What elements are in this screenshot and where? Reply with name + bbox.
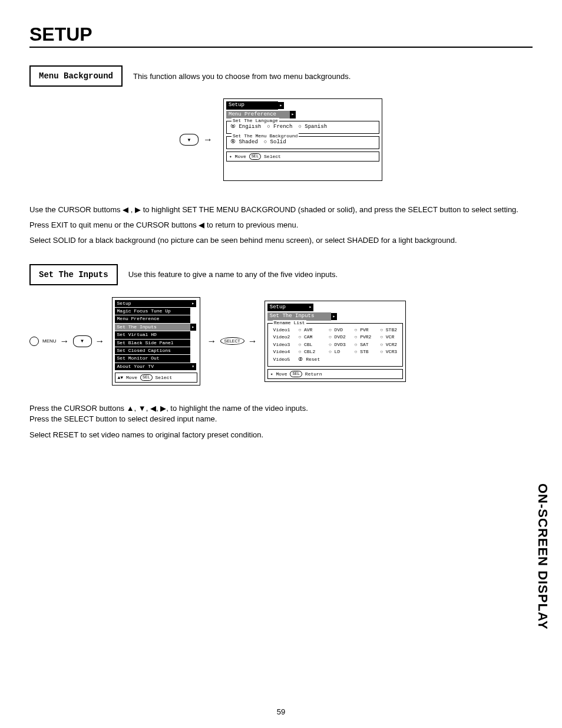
sel-pill-icon: SEL	[290, 371, 302, 377]
sel-pill-icon: SEL	[140, 374, 153, 381]
osd-subtitle: Set The Inputs	[267, 312, 331, 321]
opt-vcr3[interactable]: ○ VCR3	[380, 349, 400, 355]
figure-menu-background: ▼ → Setup ▸ Menu Preference ▸ Set The La…	[29, 98, 533, 181]
chevron-down-icon: ▾	[190, 363, 196, 370]
opt-pvr2[interactable]: ○ PVR2	[355, 334, 375, 340]
fieldset-language-label: Set The Language	[232, 118, 279, 124]
arrow-right-icon: →	[203, 134, 213, 145]
fieldset-language: Set The Language ⦿ English ○ French ○ Sp…	[226, 121, 379, 134]
chevron-right-icon: ▸	[190, 324, 196, 331]
section-menu-background: Menu Background This function allows you…	[29, 65, 533, 87]
item-set-inputs[interactable]: Set The Inputs	[115, 324, 190, 331]
page-title: SETUP	[29, 24, 533, 48]
hint-return: Return	[305, 371, 322, 377]
section-set-inputs: Set The Inputs Use this feature to give …	[29, 264, 533, 285]
menu-button-label: MENU	[42, 338, 57, 344]
label-set-inputs: Set The Inputs	[29, 264, 118, 285]
body-text-1c: Select SOLID for a black background (no …	[29, 235, 533, 246]
body-text-2a: Press the CURSOR buttons ▲, ▼, ◀, ▶, to …	[29, 403, 533, 414]
menu-button-icon	[29, 337, 39, 346]
label-menu-background: Menu Background	[29, 65, 123, 87]
fieldset-background-label: Set The Menu Background	[232, 133, 299, 139]
opt-pvr[interactable]: ○ PVR	[355, 327, 375, 333]
osd-menu-preference: Setup ▸ Menu Preference ▸ Set The Langua…	[223, 98, 382, 181]
opt-french[interactable]: ○ French	[267, 124, 292, 131]
fieldset-background: Set The Menu Background ⦿ Shaded ○ Solid	[226, 136, 379, 149]
opt-stb2[interactable]: ○ STB2	[380, 327, 400, 333]
sel-pill-icon: SEL	[249, 153, 262, 160]
select-button-icon: SELECT	[220, 337, 244, 345]
opt-dvd2[interactable]: ○ DVD2	[329, 334, 349, 340]
opt-vcr2[interactable]: ○ VCR2	[380, 342, 400, 348]
row-video2: Video2	[270, 334, 293, 340]
arrow-right-icon: →	[60, 336, 70, 347]
dpad-icon: ▼	[180, 134, 199, 146]
opt-ld[interactable]: ○ LD	[329, 349, 349, 355]
opt-dvd[interactable]: ○ DVD	[329, 327, 349, 333]
hint-move: ▲▼ Move	[118, 375, 138, 380]
body-text-1b: Press EXIT to quit menu or the CURSOR bu…	[29, 220, 533, 230]
body-text-1a: Use the CURSOR buttoms ◀ , ▶ to highligh…	[29, 205, 533, 215]
desc-menu-background: This function allows you to choose from …	[133, 72, 351, 81]
opt-solid[interactable]: ○ Solid	[264, 139, 286, 146]
osd-subtitle: Menu Preference	[226, 111, 290, 119]
item-magic-focus[interactable]: Magic Focus Tune Up	[115, 308, 190, 315]
osd-hint: ▲▼ Move SEL Select	[115, 373, 197, 383]
item-set-closed-captions[interactable]: Set Closed Captions	[115, 347, 190, 354]
hint-select: Select	[264, 153, 281, 159]
row-video5: Video5	[270, 357, 293, 363]
hint-select: Select	[155, 375, 172, 380]
opt-english[interactable]: ⦿ English	[230, 124, 261, 131]
chevron-right-icon: ▸	[278, 102, 284, 109]
desc-set-inputs: Use this feature to give a name to any o…	[128, 270, 338, 279]
side-tab: ON-SCREEN DISPLAY	[535, 483, 550, 630]
dpad-icon: ▼	[73, 335, 92, 347]
opt-spanish[interactable]: ○ Spanish	[298, 124, 327, 131]
item-set-virtual-hd[interactable]: Set Virtual HD	[115, 331, 190, 338]
item-menu-preference[interactable]: Menu Preference	[115, 315, 190, 322]
chevron-right-icon: ▸	[190, 300, 196, 307]
body-text-2b: Press the SELECT button to select desire…	[29, 414, 533, 424]
opt-dvd3[interactable]: ○ DVD3	[329, 342, 349, 348]
opt-cbl2[interactable]: ○ CBL2	[298, 349, 323, 355]
opt-sat[interactable]: ○ SAT	[355, 342, 375, 348]
page-number: 59	[0, 707, 562, 716]
opt-reset[interactable]: ⦿ Reset	[298, 357, 323, 363]
row-video4: Video4	[270, 349, 293, 355]
opt-avr[interactable]: ○ AVR	[298, 327, 323, 333]
hint-move: ✦ Move	[229, 153, 246, 159]
osd-title: Setup	[226, 101, 278, 110]
item-set-black-side[interactable]: Set Black Side Panel	[115, 340, 190, 347]
hint-move: ✦ Move	[270, 371, 287, 377]
row-video1: Video1	[270, 327, 293, 333]
opt-shaded[interactable]: ⦿ Shaded	[230, 139, 258, 146]
osd-title: Setup	[115, 300, 190, 307]
fieldset-rename: Rename List Video1 ○ AVR ○ DVD ○ PVR ○ S…	[267, 323, 403, 367]
item-set-monitor-out[interactable]: Set Monitor Out	[115, 355, 190, 362]
opt-vcr[interactable]: ○ VCR	[380, 334, 400, 340]
osd-hint: ✦ Move SEL Select	[226, 151, 379, 162]
body-text-2c: Select RESET to set video names to origi…	[29, 430, 533, 440]
opt-stb[interactable]: ○ STB	[355, 349, 375, 355]
opt-cam[interactable]: ○ CAM	[298, 334, 323, 340]
arrow-right-icon: →	[248, 336, 257, 347]
fieldset-rename-label: Rename List	[273, 320, 306, 326]
osd-title: Setup	[267, 304, 308, 312]
chevron-right-icon: ▸	[331, 313, 337, 320]
figure-set-inputs: MENU → ▼ → Setup▸ Magic Focus Tune Up Me…	[29, 297, 533, 386]
opt-cbl[interactable]: ○ CBL	[298, 342, 323, 348]
row-video3: Video3	[270, 342, 293, 348]
item-about-your-tv[interactable]: About Your TV	[115, 363, 190, 370]
osd-hint: ✦ Move SEL Return	[267, 369, 403, 379]
chevron-right-icon: ▸	[290, 111, 296, 118]
arrow-right-icon: →	[95, 336, 105, 347]
osd-setup-list: Setup▸ Magic Focus Tune Up Menu Preferen…	[112, 297, 200, 386]
chevron-right-icon: ▸	[308, 304, 313, 311]
arrow-right-icon: →	[207, 336, 217, 347]
osd-rename-list: Setup▸ Set The Inputs▸ Rename List Video…	[265, 301, 406, 382]
